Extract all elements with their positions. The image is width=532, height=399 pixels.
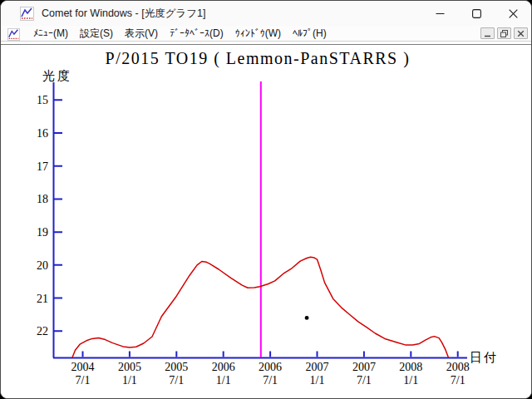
- maximize-button[interactable]: [458, 1, 495, 26]
- x-tick-label-day: 1/1: [403, 374, 418, 387]
- light-curve-chart: P/2015 TO19 ( Lemmon-PanSTARRS )光度日付1516…: [1, 45, 532, 399]
- x-tick-label-year: 2007: [306, 361, 329, 373]
- close-button[interactable]: [495, 1, 531, 26]
- menu-item-database[interactable]: ﾃﾞｰﾀﾍﾞｰｽ(D): [164, 27, 229, 40]
- menu-item-settings[interactable]: 設定(S): [74, 26, 119, 42]
- chart-area: P/2015 TO19 ( Lemmon-PanSTARRS )光度日付1516…: [1, 45, 531, 399]
- y-tick-label: 18: [37, 193, 48, 205]
- app-window: Comet for Windows - [光度グラフ1]: [0, 0, 532, 399]
- title-bar: Comet for Windows - [光度グラフ1]: [1, 1, 531, 26]
- minimize-button[interactable]: [421, 1, 458, 26]
- close-icon: [509, 9, 518, 18]
- mdi-minimize-button[interactable]: [480, 27, 495, 39]
- x-tick-label-day: 1/1: [216, 374, 231, 387]
- x-tick-label-year: 2006: [259, 361, 282, 373]
- app-icon[interactable]: [20, 7, 34, 21]
- x-tick-label-day: 7/1: [451, 374, 466, 387]
- x-tick-label-day: 7/1: [76, 374, 91, 387]
- x-tick-label-year: 2005: [118, 361, 141, 373]
- x-tick-label-year: 2006: [212, 361, 235, 373]
- y-axis-label: 光度: [42, 69, 72, 82]
- minimize-icon: [436, 9, 445, 18]
- y-tick-label: 17: [37, 160, 48, 173]
- menu-item-view[interactable]: 表示(V): [119, 26, 164, 42]
- mdi-window-buttons: [480, 27, 528, 39]
- chart-title: P/2015 TO19 ( Lemmon-PanSTARRS ): [106, 49, 411, 68]
- mdi-close-icon: [517, 30, 525, 37]
- menu-item-help[interactable]: ﾍﾙﾌﾟ(H): [287, 27, 332, 40]
- menu-item-menu[interactable]: ﾒﾆｭｰ(M): [27, 27, 74, 40]
- x-tick-label-day: 7/1: [263, 374, 278, 387]
- y-tick-label: 15: [37, 94, 48, 106]
- x-tick-label-year: 2007: [352, 361, 376, 373]
- x-tick-label-year: 2005: [165, 361, 188, 373]
- mdi-restore-icon: [500, 30, 508, 37]
- mdi-minimize-icon: [484, 30, 491, 37]
- mdi-child-icon[interactable]: [7, 28, 20, 41]
- x-tick-label-day: 7/1: [357, 374, 372, 387]
- mdi-close-button[interactable]: [514, 27, 528, 39]
- menu-bar: ﾒﾆｭｰ(M) 設定(S) 表示(V) ﾃﾞｰﾀﾍﾞｰｽ(D) ｳｨﾝﾄﾞｳ(W…: [1, 26, 531, 42]
- x-tick-label-day: 1/1: [310, 374, 325, 387]
- x-tick-label-day: 7/1: [169, 374, 184, 387]
- x-tick-label-year: 2008: [399, 361, 422, 373]
- maximize-icon: [472, 9, 481, 18]
- y-tick-label: 19: [37, 226, 48, 239]
- light-curve-icon: [7, 28, 20, 41]
- x-tick-label-day: 1/1: [122, 374, 137, 387]
- observation-point: [305, 316, 309, 320]
- menu-items: ﾒﾆｭｰ(M) 設定(S) 表示(V) ﾃﾞｰﾀﾍﾞｰｽ(D) ｳｨﾝﾄﾞｳ(W…: [27, 26, 480, 42]
- menu-item-window[interactable]: ｳｨﾝﾄﾞｳ(W): [229, 27, 287, 40]
- y-tick-label: 16: [37, 127, 48, 140]
- mdi-restore-button[interactable]: [497, 27, 511, 39]
- light-curve-icon: [20, 7, 34, 21]
- caption-buttons: [421, 1, 531, 26]
- x-tick-label-year: 2004: [71, 361, 95, 373]
- y-tick-label: 20: [37, 259, 48, 272]
- y-tick-label: 21: [37, 293, 48, 305]
- window-title: Comet for Windows - [光度グラフ1]: [42, 7, 421, 21]
- y-tick-label: 22: [37, 325, 48, 337]
- x-tick-label-year: 2008: [446, 361, 470, 373]
- x-axis-label: 日付: [470, 351, 498, 364]
